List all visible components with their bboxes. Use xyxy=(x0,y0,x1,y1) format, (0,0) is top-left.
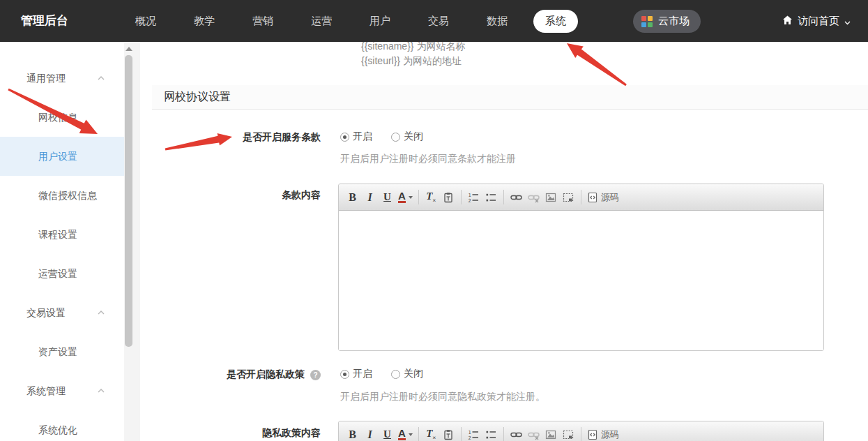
source-button[interactable]: 源码 xyxy=(585,188,621,207)
image-icon xyxy=(545,192,556,203)
cloud-market-label: 云市场 xyxy=(658,15,690,28)
bullet-list-icon xyxy=(485,429,496,440)
bold-button[interactable]: B xyxy=(344,188,361,207)
caret-down-icon xyxy=(409,196,413,199)
nav-trade[interactable]: 交易 xyxy=(409,0,468,42)
numbered-list-button[interactable]: 12 xyxy=(465,426,482,441)
iframe-button[interactable] xyxy=(560,188,577,207)
chevron-down-icon xyxy=(844,15,851,27)
sidebar-item-asset-settings[interactable]: 资产设置 xyxy=(0,332,124,371)
sidebar-group-system[interactable]: 系统管理 xyxy=(0,371,124,410)
remove-format-icon: T× xyxy=(426,190,436,204)
nav-marketing[interactable]: 营销 xyxy=(234,0,292,42)
image-button[interactable] xyxy=(542,188,560,207)
terms-content-textarea[interactable] xyxy=(339,211,823,350)
sidebar-item-user-settings[interactable]: 用户设置 xyxy=(0,137,124,176)
toolbar-separator xyxy=(418,190,419,204)
radio-unchecked-icon[interactable] xyxy=(391,133,400,142)
paste-icon xyxy=(443,192,454,203)
link-button[interactable] xyxy=(508,188,525,207)
terms-off-radio[interactable]: 关闭 xyxy=(391,130,423,143)
image-icon xyxy=(545,429,556,440)
scrollbar-thumb[interactable] xyxy=(125,55,132,347)
unlink-button[interactable] xyxy=(525,426,542,441)
paste-icon xyxy=(443,429,454,440)
sidebar-item-operation-settings[interactable]: 运营设置 xyxy=(0,254,124,293)
nav-teaching[interactable]: 教学 xyxy=(175,0,234,42)
bullet-list-button[interactable] xyxy=(482,426,500,441)
remove-format-button[interactable]: T× xyxy=(422,188,440,207)
privacy-help-text: 开启后用户注册时必须同意隐私政策才能注册。 xyxy=(340,391,545,403)
sidebar-scrollbar[interactable] xyxy=(124,42,140,441)
italic-icon: I xyxy=(367,428,372,441)
text-color-button[interactable]: A xyxy=(396,188,415,207)
caret-down-icon xyxy=(409,433,413,436)
underline-button[interactable]: U xyxy=(379,426,396,441)
main-content: {{sitename}} 为网站名称 {{siteurl}} 为网站的地址 网校… xyxy=(140,42,868,441)
visit-home-label: 访问首页 xyxy=(798,15,839,28)
privacy-toggle-label-row: 是否开启隐私政策 ? xyxy=(140,368,321,381)
bullet-list-button[interactable] xyxy=(482,188,500,207)
bold-button[interactable]: B xyxy=(344,426,361,441)
sidebar-item-wechat-auth[interactable]: 微信授权信息 xyxy=(0,176,124,215)
sidebar-group-label: 通用管理 xyxy=(26,73,66,84)
nav-users[interactable]: 用户 xyxy=(351,0,409,42)
underline-icon: U xyxy=(383,428,391,440)
sidebar-group-general[interactable]: 通用管理 xyxy=(0,59,124,98)
scroll-up-arrow-icon[interactable] xyxy=(125,47,132,51)
visit-home-menu[interactable]: 访问首页 xyxy=(782,0,851,42)
topbar: 管理后台 概况 教学 营销 运营 用户 交易 数据 系统 云市场 访问首页 xyxy=(0,0,868,42)
privacy-on-radio[interactable]: 开启 xyxy=(340,368,372,380)
toolbar-separator xyxy=(581,427,581,441)
nav-overview[interactable]: 概况 xyxy=(116,0,175,42)
toolbar-separator xyxy=(461,190,462,204)
editor-toolbar: B I U A T× 12 xyxy=(339,421,823,441)
iframe-icon xyxy=(563,192,574,203)
bold-icon: B xyxy=(349,428,356,441)
sidebar-item-course-settings[interactable]: 课程设置 xyxy=(0,215,124,254)
nav-system-active[interactable]: 系统 xyxy=(526,0,585,42)
hint-sitename: {{sitename}} 为网站名称 xyxy=(361,42,465,54)
nav-system-pill[interactable]: 系统 xyxy=(533,10,578,33)
home-icon xyxy=(782,15,793,27)
italic-button[interactable]: I xyxy=(361,188,379,207)
radio-label: 开启 xyxy=(353,368,372,380)
radio-unchecked-icon[interactable] xyxy=(391,370,400,379)
terms-toggle-label: 是否开启服务条款 xyxy=(140,131,321,144)
source-button[interactable]: 源码 xyxy=(585,426,621,441)
numbered-list-icon: 12 xyxy=(468,192,479,203)
privacy-off-radio[interactable]: 关闭 xyxy=(391,368,423,380)
image-button[interactable] xyxy=(542,426,560,441)
paste-button[interactable] xyxy=(440,426,457,441)
sidebar-group-label: 交易设置 xyxy=(26,307,66,318)
privacy-content-label: 隐私政策内容 xyxy=(140,427,321,440)
terms-content-editor: B I U A T× 12 xyxy=(338,184,824,351)
terms-toggle-radio-group: 开启 关闭 xyxy=(340,130,442,143)
question-circle-icon[interactable]: ? xyxy=(310,370,321,380)
hint-siteurl: {{siteurl}} 为网站的地址 xyxy=(361,54,465,68)
radio-checked-icon[interactable] xyxy=(340,133,349,142)
toolbar-separator xyxy=(503,190,504,204)
sidebar-item-system-optimize[interactable]: 系统优化 xyxy=(0,410,124,441)
terms-content-label: 条款内容 xyxy=(140,189,321,202)
remove-format-button[interactable]: T× xyxy=(422,426,440,441)
iframe-button[interactable] xyxy=(560,426,577,441)
link-button[interactable] xyxy=(508,426,525,441)
unlink-button[interactable] xyxy=(525,188,542,207)
nav-operation[interactable]: 运营 xyxy=(292,0,351,42)
sidebar-group-trade[interactable]: 交易设置 xyxy=(0,293,124,332)
italic-icon: I xyxy=(367,191,372,204)
svg-text:2: 2 xyxy=(469,197,471,203)
text-color-button[interactable]: A xyxy=(396,426,415,441)
radio-checked-icon[interactable] xyxy=(340,370,349,379)
terms-on-radio[interactable]: 开启 xyxy=(340,130,372,143)
italic-button[interactable]: I xyxy=(361,426,379,441)
cloud-market-button[interactable]: 云市场 xyxy=(633,10,701,33)
numbered-list-button[interactable]: 12 xyxy=(465,188,482,207)
paste-button[interactable] xyxy=(440,188,457,207)
toolbar-separator xyxy=(418,427,419,441)
underline-button[interactable]: U xyxy=(379,188,396,207)
nav-data[interactable]: 数据 xyxy=(468,0,526,42)
sidebar-item-school-info[interactable]: 网校信息 xyxy=(0,98,124,137)
toolbar-separator xyxy=(461,427,462,441)
